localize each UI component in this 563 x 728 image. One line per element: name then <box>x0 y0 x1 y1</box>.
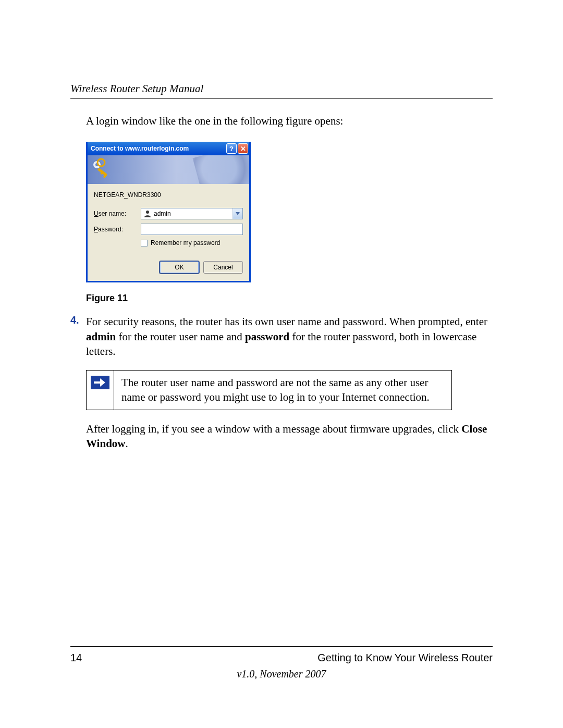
keys-icon <box>91 157 115 181</box>
arrow-icon <box>91 376 109 389</box>
password-label: Password: <box>94 226 141 233</box>
step-number: 4. <box>70 314 86 359</box>
username-value: admin <box>154 210 232 217</box>
note-icon-cell <box>87 371 114 410</box>
realm-text: NETGEAR_WNDR3300 <box>94 191 243 199</box>
after-note-paragraph: After logging in, if you see a window wi… <box>86 422 493 451</box>
step-4: 4. For security reasons, the router has … <box>70 314 493 359</box>
cancel-button[interactable]: Cancel <box>203 261 243 274</box>
login-dialog-figure: Connect to www.routerlogin.com ? ✕ NETGE… <box>86 142 493 282</box>
note-box: The router user name and password are no… <box>86 370 452 410</box>
dialog-titlebar: Connect to www.routerlogin.com ? ✕ <box>88 142 249 155</box>
intro-paragraph: A login window like the one in the follo… <box>86 114 493 128</box>
page-number: 14 <box>70 652 82 664</box>
page-footer: 14 Getting to Know Your Wireless Router … <box>70 646 493 680</box>
dialog-body: NETGEAR_WNDR3300 User name: admin <box>88 184 249 281</box>
note-text: The router user name and password are no… <box>114 371 451 410</box>
remember-checkbox[interactable] <box>141 240 148 246</box>
close-button[interactable]: ✕ <box>238 143 248 154</box>
ok-button[interactable]: OK <box>160 261 199 274</box>
figure-caption: Figure 11 <box>86 293 493 304</box>
document-header-title: Wireless Router Setup Manual <box>70 82 493 95</box>
step-body: For security reasons, the router has its… <box>86 314 493 359</box>
section-title: Getting to Know Your Wireless Router <box>317 652 493 664</box>
help-button[interactable]: ? <box>226 143 237 154</box>
dialog-title: Connect to www.routerlogin.com <box>91 145 226 152</box>
dialog-banner <box>88 155 249 184</box>
password-field[interactable] <box>141 224 243 235</box>
username-label: User name: <box>94 210 141 217</box>
header-rule <box>70 98 493 99</box>
doc-version: v1.0, November 2007 <box>70 668 493 680</box>
login-dialog: Connect to www.routerlogin.com ? ✕ NETGE… <box>86 142 251 282</box>
footer-rule <box>70 646 493 647</box>
svg-point-6 <box>146 211 149 214</box>
remember-label: Remember my password <box>151 239 220 246</box>
dropdown-arrow[interactable] <box>232 208 242 219</box>
username-field[interactable]: admin <box>141 208 243 219</box>
person-icon <box>143 209 152 218</box>
